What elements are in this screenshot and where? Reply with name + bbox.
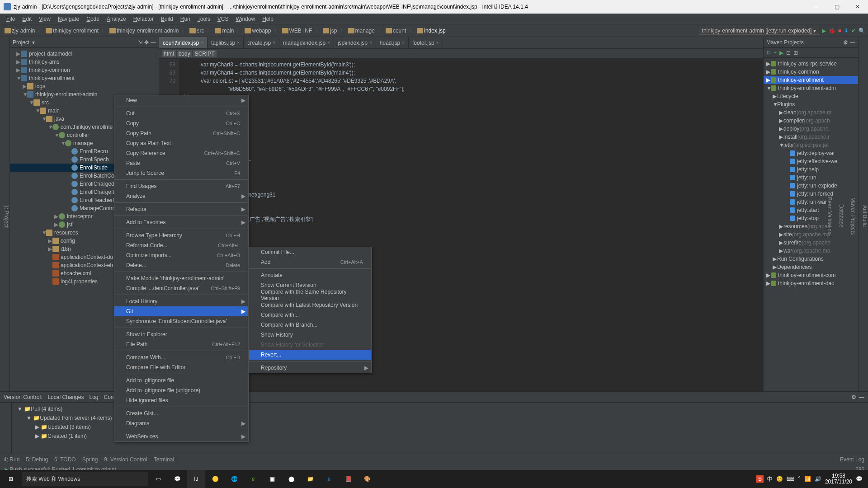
editor-tab[interactable]: taglibs.jsp×	[208, 37, 244, 48]
menu-item[interactable]: Compare with...	[249, 310, 371, 320]
menu-item[interactable]: Git▶	[114, 306, 248, 316]
menu-item[interactable]: Browse Type HierarchyCtrl+H	[114, 230, 248, 240]
close-button[interactable]: ✕	[847, 0, 868, 14]
close-icon[interactable]: ×	[237, 40, 240, 45]
ie-icon[interactable]: e	[320, 470, 338, 488]
breadcrumb-item[interactable]: zjy-admin	[3, 27, 37, 34]
menu-item[interactable]: Refactor▶	[114, 204, 248, 214]
intellij-icon[interactable]: IJ	[187, 470, 205, 488]
task-view-icon[interactable]: ▭	[149, 470, 167, 488]
menu-window[interactable]: Window	[232, 15, 259, 23]
breadcrumb-item[interactable]: main	[213, 27, 236, 34]
vc-tab[interactable]: Log	[89, 394, 98, 400]
menu-item[interactable]: Commit File...	[249, 247, 371, 257]
refresh-icon[interactable]: ↻	[766, 50, 771, 56]
menu-item[interactable]: WebServices▶	[114, 432, 248, 441]
menu-navigate[interactable]: Navigate	[54, 15, 83, 23]
tray-chevron-icon[interactable]: ˄	[798, 476, 801, 482]
menu-item[interactable]: PasteCtrl+V	[114, 158, 248, 168]
menu-item[interactable]: Synchronize 'EnrollStudentController.jav…	[114, 316, 248, 326]
event-log-tab[interactable]: Event Log	[840, 456, 864, 463]
menu-item[interactable]: Add to Favorites▶	[114, 217, 248, 227]
breadcrumb-item[interactable]: thinkjoy-enrollment	[44, 27, 100, 34]
menu-item[interactable]: Compare with Latest Repository Version	[249, 300, 371, 310]
chrome-icon[interactable]: ⬤	[282, 470, 300, 488]
hide-icon[interactable]: —	[859, 394, 864, 400]
gear-icon[interactable]: ✥	[144, 39, 149, 46]
close-icon[interactable]: ×	[402, 40, 405, 45]
run-button[interactable]: ▶	[822, 28, 826, 34]
breadcrumb-item[interactable]: count	[384, 27, 408, 34]
close-icon[interactable]: ×	[273, 40, 275, 45]
project-tree-item[interactable]: ▶logs	[10, 82, 159, 90]
menu-item[interactable]: Reformat Code...Ctrl+Alt+L	[114, 240, 248, 250]
breadcrumb-item[interactable]: jsp	[321, 27, 339, 34]
menu-refactor[interactable]: Refactor	[130, 15, 157, 23]
close-icon[interactable]: ×	[201, 40, 203, 45]
bean-validation-tab[interactable]: Bean Validation	[826, 41, 833, 391]
app-icon[interactable]: 🟡	[206, 470, 224, 488]
editor-tab[interactable]: footer.jsp×	[409, 37, 443, 48]
browser-icon[interactable]: 🌐	[225, 470, 243, 488]
menu-item[interactable]: AddCtrl+Alt+A	[249, 257, 371, 267]
search-icon[interactable]: 🔍	[859, 28, 865, 34]
vcs-commit-icon[interactable]: ✔	[851, 28, 856, 34]
editor-tab[interactable]: count\index.jsp×	[159, 37, 208, 48]
breadcrumb-item[interactable]: manage	[346, 27, 377, 34]
app-icon[interactable]: 📕	[339, 470, 357, 488]
tool-window-tab[interactable]: Terminal	[154, 456, 174, 463]
menu-tools[interactable]: Tools	[194, 15, 214, 23]
menu-item[interactable]: Compile '...dentController.java'Ctrl+Shi…	[114, 283, 248, 293]
explorer-icon[interactable]: 📁	[301, 470, 319, 488]
editor-breadcrumb[interactable]: html	[162, 50, 176, 57]
ant-build-tab[interactable]: Ant Build	[862, 41, 868, 391]
maven-tab[interactable]: Maven Projects	[850, 41, 856, 391]
editor-tab[interactable]: manage\index.jsp×	[279, 37, 334, 48]
menu-item[interactable]: CutCtrl+X	[114, 108, 248, 118]
volume-icon[interactable]: 🔊	[815, 476, 821, 482]
menu-item[interactable]: Repository▶	[249, 363, 371, 373]
menu-item[interactable]: Revert...	[249, 350, 371, 360]
menu-item[interactable]: Diagrams▶	[114, 418, 248, 428]
project-tree-item[interactable]: ▶thinkjoy-ams	[10, 58, 159, 66]
vc-tab[interactable]: Version Control:	[4, 394, 42, 400]
tool-window-tab[interactable]: 5: Debug	[26, 456, 48, 463]
project-tool-tab[interactable]: 1: Project	[3, 205, 9, 228]
menu-file[interactable]: File	[3, 15, 19, 23]
project-tree-item[interactable]: ▼thinkjoy-enrollment	[10, 74, 159, 82]
breadcrumb-item[interactable]: src	[188, 27, 206, 34]
menu-analyze[interactable]: Analyze	[103, 15, 130, 23]
menu-item[interactable]: Annotate	[249, 270, 371, 280]
project-tree-item[interactable]: ▶project-datamodel	[10, 50, 159, 58]
menu-item[interactable]: Copy ReferenceCtrl+Alt+Shift+C	[114, 148, 248, 158]
menu-item[interactable]: CopyCtrl+C	[114, 118, 248, 128]
vcs-update-icon[interactable]: ⬇	[844, 28, 849, 34]
minimize-button[interactable]: —	[806, 0, 826, 14]
menu-item[interactable]: Compare with Branch...	[249, 320, 371, 330]
wechat-icon[interactable]: 💬	[168, 470, 186, 488]
notifications-icon[interactable]: 💬	[856, 476, 863, 482]
menu-vcs[interactable]: VCS	[214, 15, 232, 23]
menu-item[interactable]: Find UsagesAlt+F7	[114, 181, 248, 191]
breadcrumb-item[interactable]: index.jsp	[415, 27, 447, 34]
close-icon[interactable]: ×	[327, 40, 330, 45]
editor-breadcrumb[interactable]: body	[177, 50, 192, 57]
editor-tab[interactable]: head.jsp×	[376, 37, 409, 48]
start-button[interactable]: ⊞	[2, 470, 20, 488]
hide-icon[interactable]: —	[151, 39, 156, 46]
tool-window-tab[interactable]: Spring	[82, 456, 98, 463]
menu-item[interactable]: Compare With...Ctrl+D	[114, 352, 248, 362]
menu-item[interactable]: Analyze▶	[114, 191, 248, 201]
stop-button[interactable]: ■	[838, 28, 841, 34]
menu-item[interactable]: Delete...Delete	[114, 260, 248, 270]
tool-window-tab[interactable]: 6: TODO	[54, 456, 76, 463]
menu-item[interactable]: Hide ignored files	[114, 395, 248, 405]
menu-code[interactable]: Code	[83, 15, 103, 23]
ime-icon[interactable]: S	[756, 475, 764, 483]
menu-item[interactable]: Copy as Plain Text	[114, 138, 248, 148]
add-icon[interactable]: +	[774, 50, 777, 56]
maximize-button[interactable]: ▢	[826, 0, 847, 14]
vc-tab[interactable]: Local Changes	[47, 394, 84, 400]
tray-icon[interactable]: 中	[767, 475, 773, 483]
menu-item[interactable]: Show in Explorer	[114, 329, 248, 339]
